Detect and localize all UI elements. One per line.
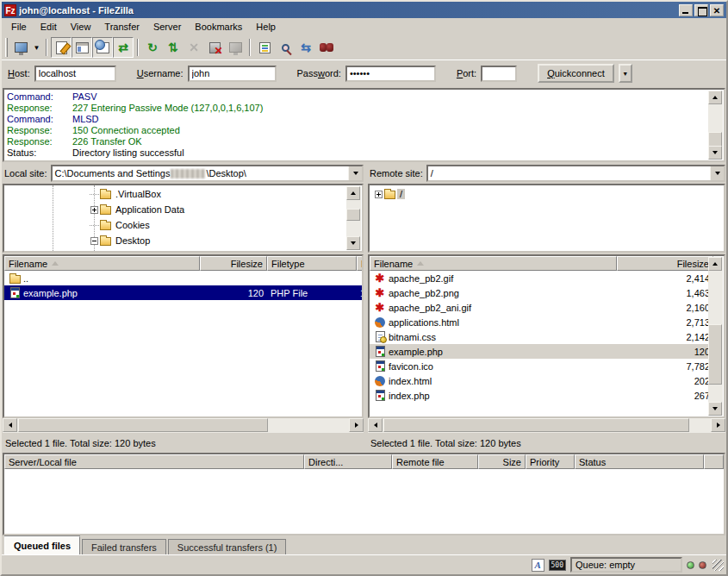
remote-site-combo[interactable]: / — [426, 165, 725, 182]
column-header-Server/Local file[interactable]: Server/Local file — [4, 454, 304, 469]
column-header-Status[interactable]: Status — [575, 454, 704, 469]
column-header-Priority[interactable]: Priority — [526, 454, 575, 469]
filename-cell: apache_pb2.gif — [370, 272, 617, 285]
resize-grip[interactable] — [712, 560, 724, 571]
toggle-message-log-button[interactable] — [51, 37, 72, 58]
log-line-label: Command: — [7, 114, 72, 125]
expand-plus-icon[interactable] — [375, 191, 383, 198]
directory-comparison-button[interactable] — [275, 37, 296, 58]
chevron-down-icon[interactable] — [710, 166, 725, 181]
file-row[interactable]: bitnami.css2,142 — [370, 329, 713, 344]
column-header-blank[interactable] — [704, 454, 724, 469]
quickconnect-button[interactable]: Quickconnect — [538, 64, 614, 83]
local-tree-item[interactable]: Cookies — [4, 217, 362, 233]
scroll-up-icon[interactable] — [708, 91, 722, 104]
site-manager-dropdown[interactable]: ▼ — [31, 38, 42, 57]
disconnect-button[interactable] — [204, 37, 225, 58]
menu-view[interactable]: View — [64, 20, 98, 34]
column-header-Filename[interactable]: Filename — [370, 256, 617, 271]
remote-horizontal-scrollbar[interactable] — [368, 418, 725, 433]
local-horizontal-scrollbar[interactable] — [3, 418, 364, 433]
menu-file[interactable]: File — [4, 20, 34, 34]
process-queue-button[interactable]: ⇅ — [163, 37, 184, 58]
maximize-button[interactable] — [694, 4, 708, 16]
file-row[interactable]: apache_pb2.gif2,414 — [370, 271, 713, 285]
file-row[interactable]: index.php267 — [370, 388, 713, 403]
quickconnect-dropdown[interactable]: ▼ — [619, 64, 632, 83]
refresh-button[interactable]: ↻ — [142, 37, 163, 58]
scroll-thumb[interactable] — [708, 324, 722, 385]
tab-failed[interactable]: Failed transfers — [82, 539, 166, 554]
host-field[interactable] — [34, 66, 116, 82]
transfer-type-ascii-icon[interactable]: A — [532, 559, 544, 572]
password-field[interactable] — [345, 66, 436, 82]
reconnect-button[interactable] — [225, 37, 246, 58]
column-header-L[interactable]: L — [357, 256, 364, 271]
speed-limit-icon[interactable]: 500 — [549, 560, 566, 571]
log-scrollbar[interactable] — [708, 91, 723, 160]
log-line-label: Command: — [7, 91, 72, 103]
scroll-thumb[interactable] — [18, 418, 268, 432]
synchronized-browsing-button[interactable]: ⇆ — [296, 37, 316, 58]
minimize-button[interactable] — [679, 4, 693, 16]
remote-list-scrollbar[interactable] — [708, 257, 723, 416]
filesize-cell: 2,414 — [617, 273, 713, 284]
toggle-remote-tree-button[interactable] — [92, 37, 113, 58]
scroll-right-icon[interactable] — [711, 418, 725, 432]
filename-text: favicon.ico — [389, 361, 433, 372]
scroll-left-icon[interactable] — [368, 418, 383, 432]
menu-bookmarks[interactable]: Bookmarks — [188, 20, 249, 34]
port-field[interactable] — [481, 66, 517, 82]
folder-icon — [100, 222, 111, 230]
image-file-icon — [373, 301, 387, 314]
column-header-Remote file[interactable]: Remote file — [392, 454, 478, 469]
menu-edit[interactable]: Edit — [34, 20, 64, 34]
column-header-Directi...[interactable]: Directi... — [304, 454, 392, 469]
column-header-Filesize[interactable]: Filesize — [617, 256, 713, 271]
column-header-label: Remote file — [396, 457, 445, 467]
queue-status-text: Queue: empty — [576, 560, 635, 570]
filesize-cell: 2,142 — [617, 332, 713, 342]
scroll-left-icon[interactable] — [3, 418, 17, 432]
filename-filters-button[interactable] — [254, 37, 275, 58]
close-button[interactable] — [710, 4, 724, 16]
file-row[interactable]: applications.html2,713 — [370, 315, 713, 329]
toggle-transfer-queue-button[interactable]: ⇄ — [113, 37, 134, 58]
menu-server[interactable]: Server — [146, 20, 188, 34]
file-row[interactable]: example.php120PHP File1 — [4, 285, 362, 300]
file-row[interactable]: apache_pb2_ani.gif2,160 — [370, 300, 713, 315]
collapse-minus-icon[interactable] — [90, 237, 98, 245]
remote-tree-item[interactable]: / — [370, 186, 724, 202]
local-tree-item[interactable]: Application Data — [4, 202, 362, 217]
local-tree-item[interactable]: Desktop — [4, 233, 362, 248]
password-label: Password: — [297, 68, 341, 78]
expand-plus-icon[interactable] — [90, 206, 98, 214]
menu-help[interactable]: Help — [249, 20, 283, 34]
toggle-local-tree-button[interactable] — [72, 37, 92, 58]
file-row[interactable]: favicon.ico7,782 — [370, 359, 713, 373]
column-header-Filename[interactable]: Filename — [4, 256, 200, 271]
file-row[interactable]: example.php120 — [370, 344, 713, 359]
site-manager-button[interactable] — [10, 37, 31, 58]
scroll-right-icon[interactable] — [349, 418, 364, 432]
local-site-combo[interactable]: C:\Documents and Settings\Desktop\ — [51, 165, 364, 182]
tab-successful[interactable]: Successful transfers (1) — [168, 539, 287, 554]
scroll-down-icon[interactable] — [708, 402, 722, 416]
file-row[interactable]: index.html202 — [370, 373, 713, 388]
find-files-button[interactable] — [316, 37, 337, 58]
log-line-text: MLSD — [72, 114, 99, 125]
username-field[interactable] — [188, 66, 277, 82]
scroll-down-icon[interactable] — [708, 146, 722, 160]
column-header-Filesize[interactable]: Filesize — [200, 256, 267, 271]
scroll-thumb[interactable] — [383, 418, 689, 432]
tab-queued[interactable]: Queued files — [4, 536, 80, 554]
column-header-Filetype[interactable]: Filetype — [267, 256, 357, 271]
menu-transfer[interactable]: Transfer — [97, 20, 146, 34]
scroll-up-icon[interactable] — [708, 257, 722, 271]
local-tree-item[interactable]: .VirtualBox — [4, 186, 362, 202]
column-header-Size[interactable]: Size — [478, 454, 526, 469]
cancel-operation-button[interactable]: ✕ — [184, 37, 204, 58]
chevron-down-icon[interactable] — [348, 166, 363, 181]
file-row[interactable]: apache_pb2.png1,463 — [370, 285, 713, 300]
file-row[interactable]: .. — [4, 271, 362, 285]
